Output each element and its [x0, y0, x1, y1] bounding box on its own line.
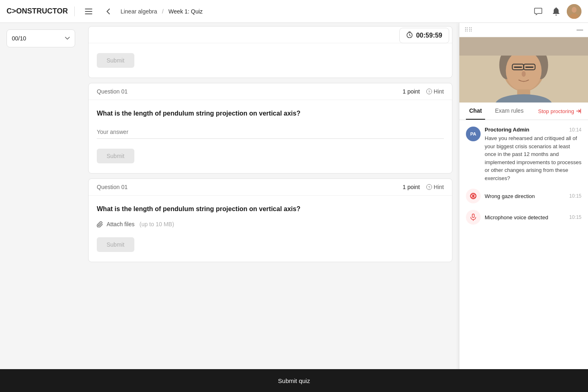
alert-gaze: Wrong gaze direction 10:15	[466, 189, 581, 203]
drag-handle[interactable]: ⠿⠿	[464, 27, 472, 33]
svg-text:?: ?	[428, 185, 430, 189]
svg-rect-19	[525, 67, 533, 68]
chat-messages: PA Proctoring Admin 10:14 Have you rehea…	[459, 120, 588, 375]
header-divider	[74, 7, 75, 16]
alert-gaze-text: Wrong gaze direction	[485, 193, 535, 199]
msg-header-1: Proctoring Admin 10:14	[485, 127, 581, 133]
question-num-1: Question 01	[97, 88, 128, 95]
alert-gaze-time: 10:15	[569, 193, 581, 199]
timer-icon	[406, 31, 413, 40]
alert-mic: Microphone voice detected 10:15	[466, 210, 581, 225]
svg-rect-18	[514, 67, 522, 68]
breadcrumb-current: Week 1: Quiz	[169, 8, 203, 15]
breadcrumb-course: Linear algebra	[120, 8, 157, 15]
question-selector-value: 00/10	[12, 35, 26, 42]
proctor-panel: ⠿⠿ —	[459, 23, 588, 392]
submit-quiz-bar[interactable]: Submit quiz	[0, 369, 588, 392]
user-avatar[interactable]	[567, 4, 581, 19]
svg-point-17	[506, 50, 542, 91]
alert-mic-content: Microphone voice detected 10:15	[485, 214, 581, 220]
back-button[interactable]	[101, 4, 116, 19]
content-area: Question 01 Submit Question 01 1 point ?…	[82, 23, 459, 392]
hint-button-2[interactable]: ? Hint	[426, 184, 444, 190]
menu-button[interactable]	[81, 4, 96, 19]
question-card-2: Question 01 1 point ? Hint What is the l…	[88, 178, 452, 262]
alert-gaze-content: Wrong gaze direction 10:15	[485, 193, 581, 199]
svg-rect-0	[85, 9, 92, 9]
question-points-1: 1 point	[403, 88, 420, 95]
question-text-1: What is the length of pendulum string pr…	[97, 110, 444, 117]
attach-size: (up to 10 MB)	[139, 221, 174, 227]
admin-avatar-initials: PA	[470, 131, 476, 136]
breadcrumb-separator: /	[162, 8, 164, 15]
stop-proctoring-label: Stop proctoring	[538, 108, 574, 114]
svg-point-28	[472, 195, 474, 197]
question-header-1: Question 01 1 point ? Hint	[89, 83, 452, 100]
timer: 00:59:59	[399, 28, 449, 43]
svg-rect-1	[85, 11, 92, 12]
app-logo: C>ONSTRUCTOR	[7, 7, 68, 16]
tab-exam-rules[interactable]: Exam rules	[492, 102, 527, 120]
svg-rect-2	[85, 13, 92, 14]
question-card-partial: Question 01 Submit	[88, 26, 452, 78]
timer-value: 00:59:59	[416, 32, 442, 39]
left-sidebar: 00/10	[0, 23, 82, 392]
question-body-1: What is the length of pendulum string pr…	[89, 100, 452, 173]
breadcrumb: Linear algebra / Week 1: Quiz	[120, 8, 526, 15]
stop-proctoring-button[interactable]: Stop proctoring	[538, 108, 581, 114]
attach-files-area[interactable]: Attach files (up to 10 MB)	[97, 221, 444, 227]
question-num-2: Question 01	[97, 184, 128, 190]
header-icons	[531, 4, 581, 19]
svg-point-4	[572, 7, 577, 13]
submit-button-1[interactable]: Submit	[97, 149, 134, 163]
attach-label: Attach files	[107, 221, 134, 227]
chat-message-1: PA Proctoring Admin 10:14 Have you rehea…	[466, 127, 581, 182]
question-points-2: 1 point	[403, 184, 420, 190]
svg-point-23	[522, 71, 526, 77]
question-card-1: Question 01 1 point ? Hint What is the l…	[88, 83, 452, 174]
submit-button-2[interactable]: Submit	[97, 237, 134, 252]
hint-button-1[interactable]: ? Hint	[426, 88, 444, 95]
answer-input-1[interactable]	[97, 125, 444, 139]
msg-content-1: Proctoring Admin 10:14 Have you rehearse…	[485, 127, 581, 182]
chat-tabs: Chat Exam rules Stop proctoring	[459, 102, 588, 120]
question-meta-2: 1 point ? Hint	[403, 184, 444, 190]
proctor-panel-header: ⠿⠿ —	[459, 23, 588, 37]
question-selector[interactable]: 00/10	[7, 29, 75, 47]
hint-label-2: Hint	[434, 184, 444, 190]
minimize-button[interactable]: —	[577, 26, 583, 33]
hint-label-1: Hint	[434, 88, 444, 95]
gaze-alert-icon	[466, 189, 481, 203]
mic-alert-icon	[466, 210, 481, 225]
svg-rect-29	[472, 214, 474, 218]
tab-chat[interactable]: Chat	[466, 102, 485, 120]
chat-icon-btn[interactable]	[531, 4, 546, 19]
admin-avatar: PA	[466, 127, 481, 141]
question-body-partial: Submit	[89, 43, 452, 78]
question-header-partial: Question 01	[89, 27, 452, 43]
submit-quiz-label: Submit quiz	[278, 377, 310, 384]
msg-time-1: 10:14	[569, 127, 581, 133]
question-body-2: What is the length of pendulum string pr…	[89, 196, 452, 262]
svg-rect-26	[459, 37, 588, 56]
question-text-2: What is the length of pendulum string pr…	[97, 205, 444, 213]
msg-sender-1: Proctoring Admin	[485, 127, 529, 133]
app-header: C>ONSTRUCTOR Linear algebra / Week 1: Qu…	[0, 0, 588, 23]
alert-mic-time: 10:15	[569, 214, 581, 220]
question-meta-1: 1 point ? Hint	[403, 88, 444, 95]
alert-mic-text: Microphone voice detected	[485, 214, 548, 220]
msg-text-1: Have you rehearsed and critiqued all of …	[485, 134, 581, 182]
webcam-area	[459, 37, 588, 102]
svg-text:?: ?	[428, 90, 430, 94]
logo-text: C>ONSTRUCTOR	[7, 7, 68, 16]
submit-button-partial[interactable]: Submit	[97, 53, 134, 68]
bell-icon-btn[interactable]	[549, 4, 564, 19]
question-header-2: Question 01 1 point ? Hint	[89, 179, 452, 196]
